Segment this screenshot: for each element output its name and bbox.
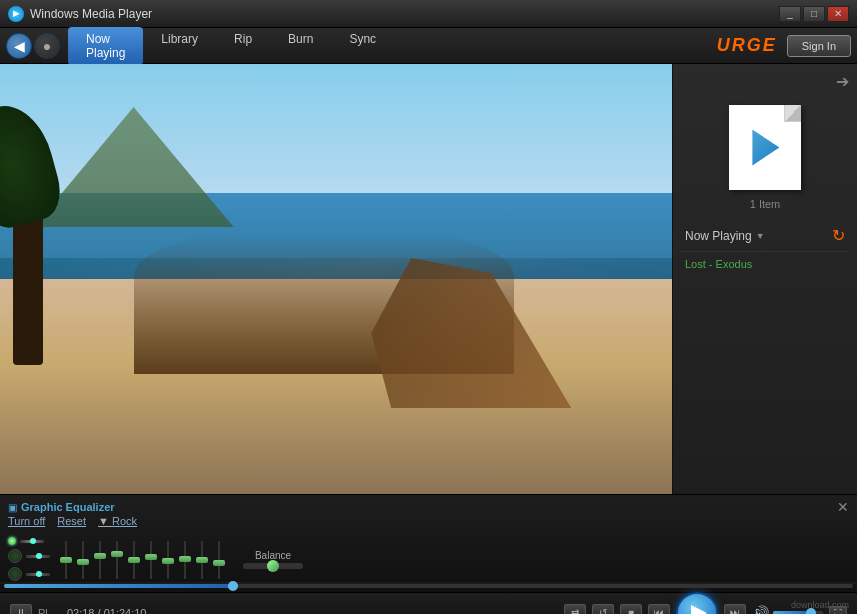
tab-rip[interactable]: Rip <box>216 27 270 65</box>
eq-thumb-8[interactable] <box>179 556 191 562</box>
maximize-button[interactable]: □ <box>803 6 825 22</box>
dropdown-arrow-icon: ▼ <box>756 231 765 241</box>
volume-slider[interactable] <box>773 611 823 615</box>
window-controls: _ □ ✕ <box>779 6 849 22</box>
eq-close-button[interactable]: ✕ <box>837 499 849 515</box>
next-button[interactable]: ⏭ <box>724 604 746 615</box>
time-current: 02:18 <box>67 607 95 615</box>
eq-slider-2[interactable] <box>77 541 89 583</box>
eq-slider-7[interactable] <box>162 541 174 583</box>
eq-track-9 <box>201 541 203 579</box>
eq-thumb-3[interactable] <box>94 553 106 559</box>
eq-reset-button[interactable]: Reset <box>57 515 86 527</box>
tab-burn[interactable]: Burn <box>270 27 331 65</box>
close-button[interactable]: ✕ <box>827 6 849 22</box>
repeat-button[interactable]: ↺ <box>592 604 614 615</box>
nav-tabs: Now Playing Library Rip Burn Sync <box>68 27 394 65</box>
eq-track-5 <box>133 541 135 579</box>
eq-line-2 <box>26 555 50 558</box>
eq-controls: Turn off Reset ▼ Rock <box>8 515 137 527</box>
prev-button[interactable]: ⏮ <box>648 604 670 615</box>
nav-fwd-button[interactable]: ● <box>34 33 60 59</box>
time-total: 01:24:10 <box>104 607 147 615</box>
minimize-button[interactable]: _ <box>779 6 801 22</box>
eq-title: Graphic Equalizer <box>21 501 115 513</box>
eq-power-dot-1 <box>8 537 16 545</box>
eq-thumb-1[interactable] <box>60 557 72 563</box>
play-icon <box>691 605 707 615</box>
eq-preset-label: Rock <box>112 515 137 527</box>
balance-section: Balance <box>243 550 303 569</box>
status-text: Pl... <box>38 607 57 615</box>
balance-thumb[interactable] <box>267 560 279 572</box>
eq-thumb-9[interactable] <box>196 557 208 563</box>
balance-slider[interactable] <box>243 563 303 569</box>
seek-thumb[interactable] <box>228 581 238 591</box>
eq-turnoff-button[interactable]: Turn off <box>8 515 45 527</box>
now-playing-header[interactable]: Now Playing ▼ ↻ <box>681 220 849 252</box>
eq-indicator-3 <box>8 567 22 581</box>
eq-slider-5[interactable] <box>128 541 140 583</box>
eq-header-row: ▣ Graphic Equalizer ✕ <box>8 499 849 515</box>
eq-track-4 <box>116 541 118 579</box>
eq-track-1 <box>65 541 67 579</box>
video-frame <box>0 64 672 494</box>
tab-sync[interactable]: Sync <box>331 27 394 65</box>
eq-slider-4[interactable] <box>111 541 123 583</box>
item-count: 1 Item <box>750 198 781 210</box>
eq-slider-1[interactable] <box>60 541 72 583</box>
eq-small-icon: ▣ <box>8 502 17 513</box>
urge-logo[interactable]: URGE <box>717 35 777 56</box>
eq-slider-9[interactable] <box>196 541 208 583</box>
seek-track[interactable] <box>4 584 853 588</box>
window-title: Windows Media Player <box>30 7 779 21</box>
stop-button[interactable]: ■ <box>620 604 642 615</box>
eq-line-1 <box>20 540 44 543</box>
eq-sliders-row: Balance <box>8 535 849 583</box>
right-sidebar: ➔ 1 Item Now Playing ▼ ↻ Lost - Exodus <box>672 64 857 494</box>
sidebar-arrow-icon[interactable]: ➔ <box>681 72 849 91</box>
eq-thumb-10[interactable] <box>213 560 225 566</box>
eq-preset-arrow: ▼ <box>98 515 109 527</box>
eq-thumb-4[interactable] <box>111 551 123 557</box>
now-playing-label: Now Playing <box>685 229 752 243</box>
eq-left-controls <box>8 537 50 581</box>
seek-bar-area[interactable] <box>0 584 857 592</box>
eq-indicator-2 <box>8 549 22 563</box>
eq-thumb-6[interactable] <box>145 554 157 560</box>
eq-preset[interactable]: ▼ Rock <box>98 515 137 527</box>
eq-line-3 <box>26 573 50 576</box>
eq-sliders <box>60 535 225 583</box>
equalizer-area: ▣ Graphic Equalizer ✕ Turn off Reset ▼ R… <box>0 494 857 582</box>
volume-icon: 🔊 <box>752 605 769 615</box>
eq-slider-3[interactable] <box>94 541 106 583</box>
nav-back-button[interactable]: ◀ <box>6 33 32 59</box>
nav-back-fwd: ◀ ● <box>6 33 60 59</box>
tab-now-playing[interactable]: Now Playing <box>68 27 143 65</box>
eq-slider-6[interactable] <box>145 541 157 583</box>
eq-track-8 <box>184 541 186 579</box>
sign-in-button[interactable]: Sign In <box>787 35 851 57</box>
video-area[interactable] <box>0 64 672 494</box>
refresh-icon[interactable]: ↻ <box>832 226 845 245</box>
playlist-item[interactable]: Lost - Exodus <box>681 252 849 276</box>
tab-library[interactable]: Library <box>143 27 216 65</box>
playlist-icon-area: 1 Item <box>719 95 811 220</box>
eq-track-7 <box>167 541 169 579</box>
eq-slider-10[interactable] <box>213 541 225 583</box>
shuffle-button[interactable]: ⇄ <box>564 604 586 615</box>
eq-row-3 <box>8 567 50 581</box>
tree-decor <box>13 165 43 365</box>
eq-track-3 <box>99 541 101 579</box>
eq-thumb-2[interactable] <box>77 559 89 565</box>
eq-track-2 <box>82 541 84 579</box>
main-content: ➔ 1 Item Now Playing ▼ ↻ Lost - Exodus <box>0 64 857 494</box>
media-play-icon <box>747 130 783 166</box>
controls-bar: ⏸ Pl... 02:18 / 01:24:10 ⇄ ↺ ■ ⏮ ⏭ 🔊 ⛶ <box>0 592 857 614</box>
eq-slider-8[interactable] <box>179 541 191 583</box>
play-button[interactable] <box>676 592 718 615</box>
eq-thumb-5[interactable] <box>128 557 140 563</box>
eq-thumb-7[interactable] <box>162 558 174 564</box>
pause-button[interactable]: ⏸ <box>10 604 32 615</box>
app-icon: ▶ <box>8 6 24 22</box>
